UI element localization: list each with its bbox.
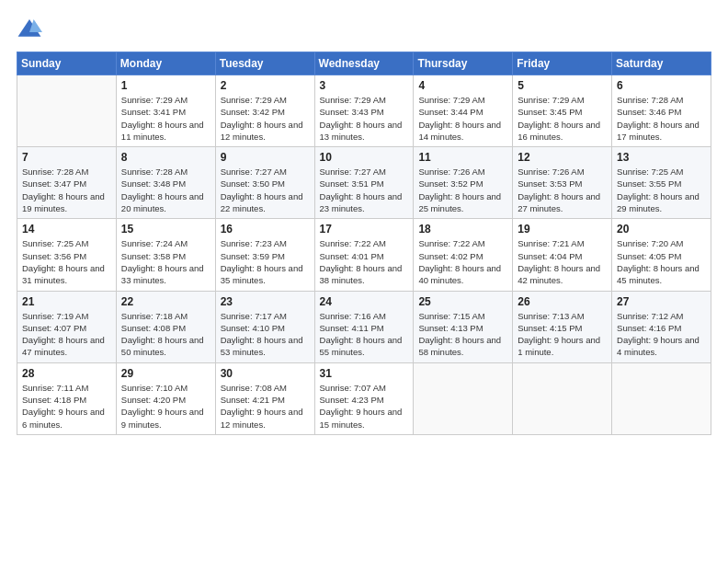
week-row-3: 14Sunrise: 7:25 AMSunset: 3:56 PMDayligh… bbox=[17, 219, 711, 291]
day-info: Sunrise: 7:11 AMSunset: 4:18 PMDaylight:… bbox=[22, 382, 111, 431]
day-number: 29 bbox=[121, 367, 210, 380]
calendar-cell: 17Sunrise: 7:22 AMSunset: 4:01 PMDayligh… bbox=[314, 219, 414, 291]
calendar-cell: 15Sunrise: 7:24 AMSunset: 3:58 PMDayligh… bbox=[116, 219, 215, 291]
calendar-cell: 5Sunrise: 7:29 AMSunset: 3:45 PMDaylight… bbox=[513, 75, 612, 147]
calendar-cell: 29Sunrise: 7:10 AMSunset: 4:20 PMDayligh… bbox=[116, 362, 215, 434]
day-number: 23 bbox=[221, 295, 310, 308]
calendar-cell: 25Sunrise: 7:15 AMSunset: 4:13 PMDayligh… bbox=[414, 291, 513, 362]
day-info: Sunrise: 7:27 AMSunset: 3:51 PMDaylight:… bbox=[320, 166, 409, 214]
day-info: Sunrise: 7:15 AMSunset: 4:13 PMDaylight:… bbox=[418, 310, 507, 359]
calendar-cell: 21Sunrise: 7:19 AMSunset: 4:07 PMDayligh… bbox=[17, 291, 117, 362]
day-info: Sunrise: 7:18 AMSunset: 4:08 PMDaylight:… bbox=[121, 310, 210, 359]
day-info: Sunrise: 7:17 AMSunset: 4:10 PMDaylight:… bbox=[221, 310, 310, 359]
calendar-cell: 23Sunrise: 7:17 AMSunset: 4:10 PMDayligh… bbox=[215, 291, 314, 362]
day-number: 2 bbox=[221, 79, 310, 92]
day-info: Sunrise: 7:24 AMSunset: 3:58 PMDaylight:… bbox=[121, 237, 210, 286]
day-info: Sunrise: 7:23 AMSunset: 3:59 PMDaylight:… bbox=[221, 237, 310, 286]
day-number: 20 bbox=[617, 223, 706, 236]
calendar-cell: 7Sunrise: 7:28 AMSunset: 3:47 PMDaylight… bbox=[17, 147, 117, 219]
day-number: 6 bbox=[617, 79, 706, 92]
day-number: 17 bbox=[320, 223, 409, 236]
calendar-cell: 30Sunrise: 7:08 AMSunset: 4:21 PMDayligh… bbox=[215, 362, 314, 434]
day-info: Sunrise: 7:07 AMSunset: 4:23 PMDaylight:… bbox=[320, 382, 409, 431]
day-number: 27 bbox=[617, 295, 706, 308]
logo-icon bbox=[17, 17, 42, 42]
calendar-cell: 24Sunrise: 7:16 AMSunset: 4:11 PMDayligh… bbox=[314, 291, 414, 362]
calendar-cell: 31Sunrise: 7:07 AMSunset: 4:23 PMDayligh… bbox=[314, 362, 414, 434]
day-number: 22 bbox=[121, 295, 210, 308]
day-info: Sunrise: 7:29 AMSunset: 3:43 PMDaylight:… bbox=[320, 94, 409, 143]
calendar-cell: 6Sunrise: 7:28 AMSunset: 3:46 PMDaylight… bbox=[612, 75, 711, 147]
day-info: Sunrise: 7:25 AMSunset: 3:56 PMDaylight:… bbox=[22, 237, 111, 286]
week-row-1: 1Sunrise: 7:29 AMSunset: 3:41 PMDaylight… bbox=[17, 75, 711, 147]
day-info: Sunrise: 7:21 AMSunset: 4:04 PMDaylight:… bbox=[518, 237, 607, 286]
day-info: Sunrise: 7:29 AMSunset: 3:44 PMDaylight:… bbox=[418, 94, 507, 143]
day-info: Sunrise: 7:29 AMSunset: 3:42 PMDaylight:… bbox=[221, 94, 310, 143]
calendar-cell bbox=[612, 362, 711, 434]
day-number: 16 bbox=[221, 223, 310, 236]
day-info: Sunrise: 7:27 AMSunset: 3:50 PMDaylight:… bbox=[221, 166, 310, 214]
calendar-cell bbox=[17, 75, 117, 147]
day-info: Sunrise: 7:28 AMSunset: 3:48 PMDaylight:… bbox=[121, 166, 210, 214]
week-row-4: 21Sunrise: 7:19 AMSunset: 4:07 PMDayligh… bbox=[17, 291, 711, 362]
page: SundayMondayTuesdayWednesdayThursdayFrid… bbox=[0, 0, 728, 563]
day-number: 1 bbox=[121, 79, 210, 92]
calendar-cell: 4Sunrise: 7:29 AMSunset: 3:44 PMDaylight… bbox=[414, 75, 513, 147]
day-number: 31 bbox=[320, 367, 409, 380]
calendar-cell: 28Sunrise: 7:11 AMSunset: 4:18 PMDayligh… bbox=[17, 362, 117, 434]
calendar-cell: 8Sunrise: 7:28 AMSunset: 3:48 PMDaylight… bbox=[116, 147, 215, 219]
day-number: 11 bbox=[418, 151, 507, 164]
day-number: 25 bbox=[418, 295, 507, 308]
day-number: 24 bbox=[320, 295, 409, 308]
day-info: Sunrise: 7:22 AMSunset: 4:01 PMDaylight:… bbox=[320, 237, 409, 286]
day-number: 14 bbox=[22, 223, 111, 236]
day-info: Sunrise: 7:13 AMSunset: 4:15 PMDaylight:… bbox=[518, 310, 607, 359]
day-info: Sunrise: 7:10 AMSunset: 4:20 PMDaylight:… bbox=[121, 382, 210, 431]
calendar-cell: 18Sunrise: 7:22 AMSunset: 4:02 PMDayligh… bbox=[414, 219, 513, 291]
calendar-cell: 16Sunrise: 7:23 AMSunset: 3:59 PMDayligh… bbox=[215, 219, 314, 291]
weekday-sunday: Sunday bbox=[17, 52, 117, 75]
day-number: 26 bbox=[518, 295, 607, 308]
calendar-cell: 13Sunrise: 7:25 AMSunset: 3:55 PMDayligh… bbox=[612, 147, 711, 219]
week-row-2: 7Sunrise: 7:28 AMSunset: 3:47 PMDaylight… bbox=[17, 147, 711, 219]
calendar-cell: 22Sunrise: 7:18 AMSunset: 4:08 PMDayligh… bbox=[116, 291, 215, 362]
calendar-cell: 19Sunrise: 7:21 AMSunset: 4:04 PMDayligh… bbox=[513, 219, 612, 291]
day-info: Sunrise: 7:22 AMSunset: 4:02 PMDaylight:… bbox=[418, 237, 507, 286]
day-number: 28 bbox=[22, 367, 111, 380]
day-info: Sunrise: 7:26 AMSunset: 3:52 PMDaylight:… bbox=[418, 166, 507, 214]
day-info: Sunrise: 7:26 AMSunset: 3:53 PMDaylight:… bbox=[518, 166, 607, 214]
day-info: Sunrise: 7:20 AMSunset: 4:05 PMDaylight:… bbox=[617, 237, 706, 286]
day-number: 9 bbox=[221, 151, 310, 164]
calendar-cell: 12Sunrise: 7:26 AMSunset: 3:53 PMDayligh… bbox=[513, 147, 612, 219]
calendar-cell: 3Sunrise: 7:29 AMSunset: 3:43 PMDaylight… bbox=[314, 75, 414, 147]
day-info: Sunrise: 7:19 AMSunset: 4:07 PMDaylight:… bbox=[22, 310, 111, 359]
weekday-thursday: Thursday bbox=[414, 52, 513, 75]
day-info: Sunrise: 7:12 AMSunset: 4:16 PMDaylight:… bbox=[617, 310, 706, 359]
day-info: Sunrise: 7:29 AMSunset: 3:41 PMDaylight:… bbox=[121, 94, 210, 143]
calendar-cell: 9Sunrise: 7:27 AMSunset: 3:50 PMDaylight… bbox=[215, 147, 314, 219]
week-row-5: 28Sunrise: 7:11 AMSunset: 4:18 PMDayligh… bbox=[17, 362, 711, 434]
header bbox=[17, 17, 711, 42]
day-number: 13 bbox=[617, 151, 706, 164]
day-number: 7 bbox=[22, 151, 111, 164]
weekday-saturday: Saturday bbox=[612, 52, 711, 75]
calendar-cell: 11Sunrise: 7:26 AMSunset: 3:52 PMDayligh… bbox=[414, 147, 513, 219]
calendar-cell: 14Sunrise: 7:25 AMSunset: 3:56 PMDayligh… bbox=[17, 219, 117, 291]
weekday-wednesday: Wednesday bbox=[314, 52, 414, 75]
calendar-cell: 10Sunrise: 7:27 AMSunset: 3:51 PMDayligh… bbox=[314, 147, 414, 219]
calendar-cell: 20Sunrise: 7:20 AMSunset: 4:05 PMDayligh… bbox=[612, 219, 711, 291]
calendar: SundayMondayTuesdayWednesdayThursdayFrid… bbox=[17, 52, 711, 435]
day-number: 10 bbox=[320, 151, 409, 164]
day-number: 5 bbox=[518, 79, 607, 92]
day-number: 3 bbox=[320, 79, 409, 92]
weekday-header-row: SundayMondayTuesdayWednesdayThursdayFrid… bbox=[17, 52, 711, 75]
day-info: Sunrise: 7:16 AMSunset: 4:11 PMDaylight:… bbox=[320, 310, 409, 359]
logo bbox=[17, 17, 46, 42]
day-info: Sunrise: 7:08 AMSunset: 4:21 PMDaylight:… bbox=[221, 382, 310, 431]
day-number: 21 bbox=[22, 295, 111, 308]
day-info: Sunrise: 7:28 AMSunset: 3:46 PMDaylight:… bbox=[617, 94, 706, 143]
calendar-cell: 1Sunrise: 7:29 AMSunset: 3:41 PMDaylight… bbox=[116, 75, 215, 147]
calendar-cell: 27Sunrise: 7:12 AMSunset: 4:16 PMDayligh… bbox=[612, 291, 711, 362]
calendar-cell bbox=[414, 362, 513, 434]
calendar-cell: 26Sunrise: 7:13 AMSunset: 4:15 PMDayligh… bbox=[513, 291, 612, 362]
